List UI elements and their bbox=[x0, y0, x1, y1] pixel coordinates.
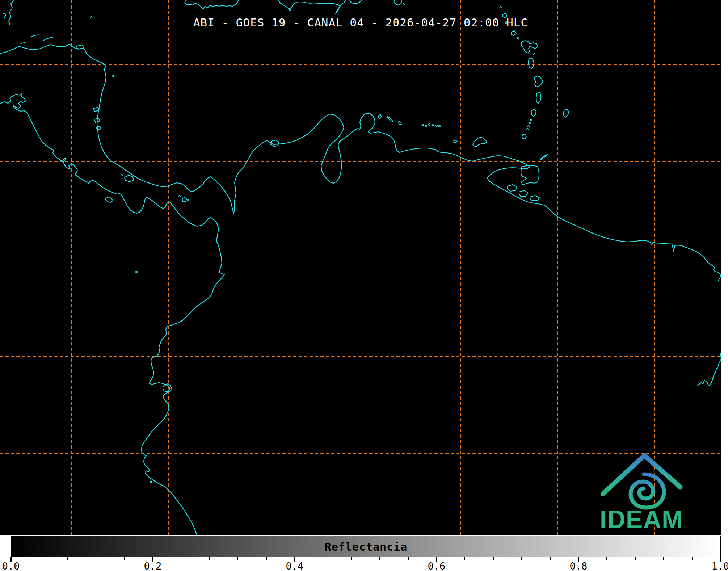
mountain-spiral-icon bbox=[603, 455, 680, 508]
coastline-utila bbox=[22, 42, 26, 43]
ideam-logo: IDEAM bbox=[598, 451, 685, 533]
colorbar-major-tick bbox=[152, 557, 153, 562]
coastline-guanaja bbox=[30, 35, 39, 37]
island-pearl-island bbox=[182, 197, 187, 202]
coastline-hispaniola-south-coast bbox=[278, 0, 346, 14]
island-orinoco-delta-1 bbox=[508, 185, 517, 191]
islet-dot bbox=[425, 125, 427, 126]
islet-dot bbox=[136, 271, 137, 273]
coastline-brazil-north-coast bbox=[697, 353, 721, 386]
reflectance-colorbar: Reflectancia bbox=[11, 536, 721, 557]
islet-dot bbox=[432, 125, 434, 126]
island-tobago bbox=[540, 155, 548, 160]
islet-dot bbox=[439, 125, 440, 127]
islet-dot bbox=[150, 481, 152, 483]
islet-dot bbox=[530, 119, 532, 121]
colorbar-major-tick bbox=[720, 557, 721, 562]
islet-dot bbox=[422, 124, 424, 126]
colorbar-major-tick bbox=[294, 557, 295, 562]
islet-dot bbox=[527, 129, 528, 130]
coastline-jamaica-south-coast bbox=[185, 0, 239, 9]
island-bocas-del-toro bbox=[125, 175, 134, 182]
islet-dot bbox=[188, 199, 189, 201]
map-title: ABI - GOES 19 - CANAL 04 - 2026-04-27 02… bbox=[0, 16, 721, 29]
island-la-tortuga bbox=[453, 140, 457, 143]
islet-dot bbox=[534, 54, 535, 55]
islet-dot bbox=[404, 3, 405, 4]
islet-dot bbox=[528, 126, 529, 127]
island-curacao bbox=[387, 117, 393, 121]
colorbar-tick-label: 0.0 bbox=[2, 560, 20, 571]
coastline-central-south-america-pacific-coast bbox=[0, 93, 224, 535]
coastline-hispaniola-east-fragment bbox=[350, 0, 362, 4]
satellite-image-viewer: ABI - GOES 19 - CANAL 04 - 2026-04-27 02… bbox=[0, 0, 728, 571]
island-nicaragua-lagoon-3 bbox=[96, 126, 101, 130]
colorbar-label: Reflectancia bbox=[12, 541, 720, 553]
ideam-logo-text: IDEAM bbox=[600, 505, 683, 533]
island-guadeloupe bbox=[522, 41, 538, 53]
colorbar-tick-label: 0.2 bbox=[144, 560, 162, 571]
island-coiba bbox=[106, 197, 113, 202]
island-margarita bbox=[473, 137, 487, 147]
island-bonaire bbox=[398, 121, 401, 125]
islet-dot bbox=[179, 196, 180, 197]
islet-dot bbox=[529, 122, 530, 124]
coastline-puerto-rico-fragment bbox=[394, 0, 402, 5]
island-st-vincent bbox=[531, 109, 536, 116]
island-antigua-blob-2 bbox=[511, 31, 516, 35]
colorbar-major-tick bbox=[578, 557, 579, 562]
islet-dot bbox=[436, 125, 437, 126]
islet-dot bbox=[113, 75, 114, 77]
islet-dot bbox=[429, 124, 430, 125]
ideam-logo-graphic: IDEAM bbox=[598, 451, 685, 533]
coastline-central-america-caribbean-coast bbox=[0, 44, 721, 281]
island-st-lucia bbox=[536, 92, 541, 103]
island-aruba bbox=[378, 114, 382, 118]
colorbar-major-tick bbox=[436, 557, 437, 562]
islet-dot bbox=[289, 9, 291, 10]
colorbar-tick-label: 1.0 bbox=[712, 560, 728, 571]
island-orinoco-delta-2 bbox=[519, 190, 528, 196]
colorbar-tick-label: 0.4 bbox=[286, 560, 304, 571]
colorbar-tick-label: 0.8 bbox=[570, 560, 588, 571]
islet-dot bbox=[121, 175, 122, 176]
islet-dot bbox=[500, 7, 501, 8]
island-barbados bbox=[563, 109, 569, 117]
island-orinoco-delta-3 bbox=[530, 196, 539, 201]
colorbar-tick-label: 0.6 bbox=[428, 560, 446, 571]
island-grenada bbox=[522, 134, 526, 139]
islet-dot bbox=[517, 37, 518, 39]
island-dominica bbox=[529, 58, 534, 68]
island-martinique bbox=[535, 76, 543, 87]
colorbar-major-tick bbox=[10, 557, 12, 562]
coastline-roatan bbox=[43, 37, 52, 41]
